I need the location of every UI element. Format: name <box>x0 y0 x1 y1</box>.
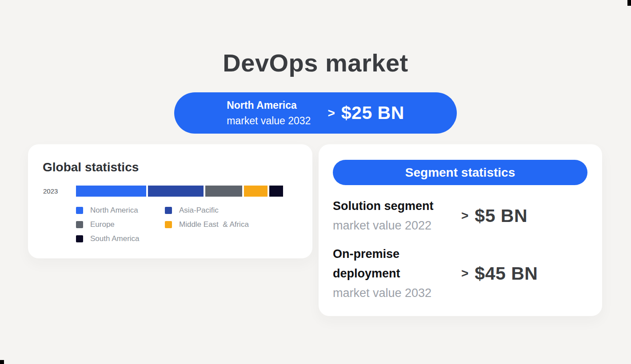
legend-swatch-south-america <box>76 235 83 242</box>
legend-swatch-europe <box>76 221 83 228</box>
greater-than-symbol: > <box>461 209 468 223</box>
bar-segment-south-america <box>269 186 283 197</box>
hero-region-label: North America <box>227 98 311 113</box>
legend-swatch-asia-pacific <box>165 207 172 214</box>
legend-label-south-america: South America <box>90 234 140 243</box>
bar-segment-europe <box>205 186 242 197</box>
bar-segment-middle-east-and-africa <box>244 186 268 197</box>
screen-artifact-top-right <box>627 0 631 6</box>
infographic-canvas: DevOps market North America market value… <box>0 0 631 364</box>
stat-sublabel: market value 2032 <box>333 283 461 303</box>
hero-value: > $25 BN <box>327 103 404 123</box>
legend-item-north-america: North America <box>76 203 165 218</box>
segment-statistics-card: Segment statistics Solution segmentmarke… <box>319 144 602 316</box>
north-america-value-banner: North America market value 2032 > $25 BN <box>174 92 457 134</box>
stat-value-amount: $45 BN <box>475 263 538 284</box>
segment-rows: Solution segmentmarket value 2022>$5 BNO… <box>333 196 588 312</box>
legend-column: Asia-PacificMiddle East & Africa <box>165 203 249 246</box>
global-statistics-card: Global statistics 2023 North AmericaEuro… <box>28 144 312 258</box>
global-card-title: Global statistics <box>43 160 139 174</box>
stat-row-on-premise-deployment: On-premise deploymentmarket value 2032>$… <box>333 244 588 303</box>
stat-value-amount: $5 BN <box>475 206 527 226</box>
greater-than-symbol: > <box>461 266 468 281</box>
hero-text-block: North America market value 2032 <box>227 98 311 129</box>
stat-value: >$45 BN <box>461 263 538 284</box>
stat-label: On-premise deployment <box>333 244 461 283</box>
legend-label-asia-pacific: Asia-Pacific <box>179 206 219 215</box>
stacked-bar <box>76 186 283 197</box>
legend-item-middle-east-and-africa: Middle East & Africa <box>165 218 249 232</box>
legend-swatch-north-america <box>76 207 83 214</box>
legend-item-asia-pacific: Asia-Pacific <box>165 203 249 218</box>
segment-statistics-header-pill: Segment statistics <box>333 160 587 185</box>
stat-row-solution-segment: Solution segmentmarket value 2022>$5 BN <box>333 196 588 235</box>
legend-label-north-america: North America <box>90 206 138 215</box>
bar-segment-north-america <box>76 186 146 197</box>
legend: North AmericaEuropeSouth AmericaAsia-Pac… <box>76 203 249 246</box>
stat-label-block: On-premise deploymentmarket value 2032 <box>333 244 461 303</box>
legend-item-europe: Europe <box>76 218 165 232</box>
bar-year-label: 2023 <box>43 187 58 195</box>
page-title: DevOps market <box>0 49 631 77</box>
screen-artifact-bottom-left <box>0 360 4 364</box>
stat-sublabel: market value 2022 <box>333 216 461 235</box>
stat-label-block: Solution segmentmarket value 2022 <box>333 196 461 235</box>
legend-column: North AmericaEuropeSouth America <box>76 203 165 246</box>
legend-item-south-america: South America <box>76 232 165 246</box>
stat-label: Solution segment <box>333 196 461 216</box>
legend-label-europe: Europe <box>90 220 115 229</box>
stat-value: >$5 BN <box>461 206 527 226</box>
bar-segment-asia-pacific <box>148 186 204 197</box>
hero-value-amount: $25 BN <box>341 103 404 123</box>
hero-subtitle: market value 2032 <box>227 113 311 129</box>
legend-label-middle-east-and-africa: Middle East & Africa <box>179 220 249 229</box>
legend-swatch-middle-east-and-africa <box>165 221 172 228</box>
greater-than-symbol: > <box>327 106 335 120</box>
